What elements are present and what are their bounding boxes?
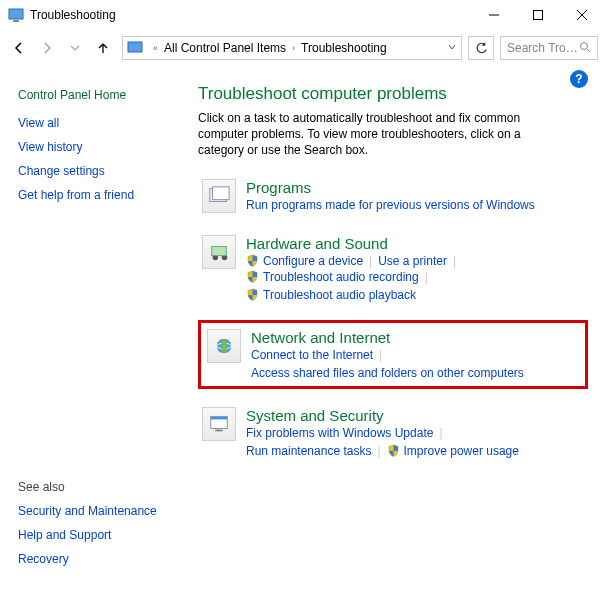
close-button[interactable] xyxy=(560,1,604,29)
search-input[interactable]: Search Tro… xyxy=(500,36,598,60)
category: System and SecurityFix problems with Win… xyxy=(198,403,588,462)
category: ProgramsRun programs made for previous v… xyxy=(198,175,588,217)
app-icon xyxy=(8,7,24,23)
svg-rect-18 xyxy=(215,429,222,431)
svg-rect-10 xyxy=(213,186,230,199)
sidebar-link[interactable]: Get help from a friend xyxy=(18,188,198,202)
back-button[interactable] xyxy=(6,35,32,61)
forward-button[interactable] xyxy=(34,35,60,61)
troubleshooter-link[interactable]: Troubleshoot audio recording xyxy=(246,270,419,284)
search-icon xyxy=(579,41,591,56)
minimize-button[interactable] xyxy=(472,1,516,29)
shield-icon xyxy=(246,270,259,283)
page-description: Click on a task to automatically trouble… xyxy=(198,110,558,159)
address-bar[interactable]: « All Control Panel Items › Troubleshoot… xyxy=(122,36,462,60)
see-also-link[interactable]: Recovery xyxy=(18,552,157,566)
troubleshooter-link[interactable]: Run programs made for previous versions … xyxy=(246,198,535,212)
category-title[interactable]: Programs xyxy=(246,179,584,196)
category-icon xyxy=(207,329,241,363)
maximize-button[interactable] xyxy=(516,1,560,29)
svg-line-8 xyxy=(587,49,590,52)
troubleshooter-link[interactable]: Use a printer xyxy=(378,254,447,268)
sidebar-link[interactable]: Change settings xyxy=(18,164,198,178)
breadcrumb-sep: › xyxy=(292,43,295,53)
svg-rect-3 xyxy=(534,11,543,20)
sidebar-link[interactable]: View history xyxy=(18,140,198,154)
control-panel-icon xyxy=(127,40,143,56)
sidebar-link[interactable]: View all xyxy=(18,116,198,130)
category-title[interactable]: System and Security xyxy=(246,407,584,424)
svg-rect-13 xyxy=(212,246,227,255)
svg-rect-1 xyxy=(13,20,19,22)
help-icon[interactable]: ? xyxy=(570,70,588,88)
sidebar: Control Panel Home View all View history… xyxy=(18,76,198,476)
breadcrumb-item[interactable]: Troubleshooting xyxy=(301,41,387,55)
breadcrumb-item[interactable]: All Control Panel Items xyxy=(164,41,286,55)
refresh-button[interactable] xyxy=(468,36,494,60)
control-panel-home-link[interactable]: Control Panel Home xyxy=(18,88,198,102)
svg-rect-6 xyxy=(128,42,142,52)
search-placeholder: Search Tro… xyxy=(507,41,578,55)
svg-rect-17 xyxy=(211,416,228,419)
category-title[interactable]: Network and Internet xyxy=(251,329,579,346)
troubleshooter-link[interactable]: Configure a device xyxy=(246,254,363,268)
navbar: « All Control Panel Items › Troubleshoot… xyxy=(0,30,604,66)
page-title: Troubleshoot computer problems xyxy=(198,84,588,104)
chevron-down-icon[interactable] xyxy=(447,41,457,55)
troubleshooter-link[interactable]: Run maintenance tasks xyxy=(246,444,371,458)
category: Network and InternetConnect to the Inter… xyxy=(198,320,588,389)
svg-point-7 xyxy=(581,42,588,49)
main-content: ? Troubleshoot computer problems Click o… xyxy=(198,76,588,476)
see-also-link[interactable]: Help and Support xyxy=(18,528,157,542)
category-icon xyxy=(202,407,236,441)
recent-dropdown[interactable] xyxy=(62,35,88,61)
category-icon xyxy=(202,235,236,269)
see-also-link[interactable]: Security and Maintenance xyxy=(18,504,157,518)
svg-rect-0 xyxy=(9,9,23,19)
titlebar: Troubleshooting xyxy=(0,0,604,30)
troubleshooter-link[interactable]: Connect to the Internet xyxy=(251,348,373,362)
troubleshooter-link[interactable]: Improve power usage xyxy=(387,444,519,458)
category-icon xyxy=(202,179,236,213)
troubleshooter-link[interactable]: Access shared files and folders on other… xyxy=(251,366,524,380)
shield-icon xyxy=(246,288,259,301)
up-button[interactable] xyxy=(90,35,116,61)
see-also-header: See also xyxy=(18,480,157,494)
see-also: See also Security and Maintenance Help a… xyxy=(18,480,157,576)
category-title[interactable]: Hardware and Sound xyxy=(246,235,584,252)
troubleshooter-link[interactable]: Troubleshoot audio playback xyxy=(246,288,416,302)
window-title: Troubleshooting xyxy=(30,8,116,22)
category: Hardware and SoundConfigure a device|Use… xyxy=(198,231,588,306)
shield-icon xyxy=(246,254,259,267)
breadcrumb-sep: « xyxy=(153,43,158,53)
shield-icon xyxy=(387,444,400,457)
troubleshooter-link[interactable]: Fix problems with Windows Update xyxy=(246,426,433,440)
